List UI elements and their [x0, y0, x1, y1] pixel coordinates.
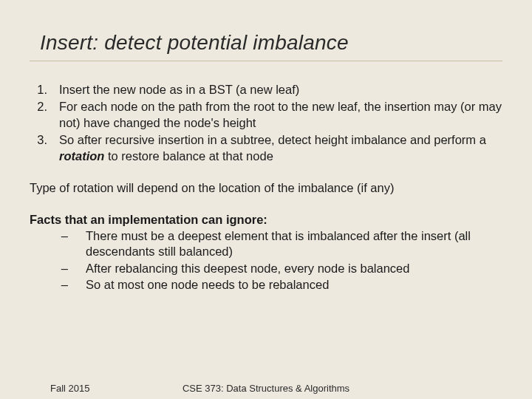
emphasis-rotation: rotation: [59, 149, 104, 163]
list-item: 3. So after recursive insertion in a sub…: [30, 132, 502, 164]
list-text: For each node on the path from the root …: [52, 99, 502, 131]
slide: Insert: detect potential imbalance 1. In…: [0, 0, 532, 293]
list-number: 3.: [30, 132, 52, 164]
list-text: After rebalancing this deepest node, eve…: [72, 261, 502, 276]
list-text: Insert the new node as in a BST (a new l…: [52, 82, 502, 98]
list-item: – After rebalancing this deepest node, e…: [30, 261, 502, 276]
slide-title: Insert: detect potential imbalance: [30, 31, 502, 61]
list-item: – There must be a deepest element that i…: [30, 228, 502, 260]
list-text: So at most one node needs to be rebalanc…: [72, 277, 502, 293]
type-of-rotation-note: Type of rotation will depend on the loca…: [30, 180, 502, 196]
dash-mark: –: [30, 261, 72, 276]
dash-list: – There must be a deepest element that i…: [30, 228, 502, 293]
facts-heading: Facts that an implementation can ignore:: [30, 213, 502, 227]
numbered-list: 1. Insert the new node as in a BST (a ne…: [30, 82, 502, 164]
list-number: 1.: [30, 82, 52, 98]
list-item: – So at most one node needs to be rebala…: [30, 277, 502, 293]
list-text: There must be a deepest element that is …: [72, 228, 502, 260]
list-item: 2. For each node on the path from the ro…: [30, 99, 502, 131]
list-number: 2.: [30, 99, 52, 131]
text-part: to restore balance at that node: [104, 149, 273, 163]
text-part: So after recursive insertion in a subtre…: [59, 133, 486, 146]
facts-section: Facts that an implementation can ignore:…: [30, 213, 502, 293]
dash-mark: –: [30, 228, 72, 260]
footer-course: CSE 373: Data Structures & Algorithms: [0, 383, 532, 394]
list-text: So after recursive insertion in a subtre…: [52, 132, 502, 164]
dash-mark: –: [30, 277, 72, 293]
list-item: 1. Insert the new node as in a BST (a ne…: [30, 82, 502, 98]
